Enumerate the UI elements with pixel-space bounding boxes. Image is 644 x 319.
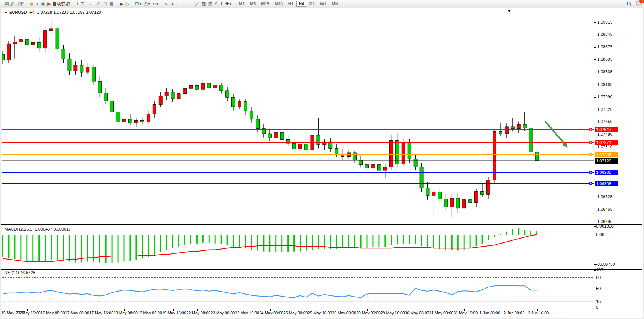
candle-body[interactable]	[238, 102, 241, 107]
candle-body[interactable]	[529, 128, 532, 152]
candle-body[interactable]	[49, 29, 53, 31]
line-anchor[interactable]	[590, 171, 592, 173]
candle-body[interactable]	[475, 192, 478, 203]
candle-body[interactable]	[25, 40, 29, 45]
candle-body[interactable]	[335, 148, 338, 154]
zoom-in-button[interactable]: ⊕	[96, 0, 102, 7]
candle-body[interactable]	[123, 119, 126, 122]
candle-body[interactable]	[207, 83, 211, 88]
tile-windows-button[interactable]: ▦	[108, 0, 115, 7]
candle-body[interactable]	[481, 192, 484, 195]
candle-body[interactable]	[426, 188, 429, 195]
candle-body[interactable]	[183, 88, 187, 93]
candle-body[interactable]	[371, 165, 375, 168]
candle-body[interactable]	[37, 42, 41, 48]
chart-ohlc-header[interactable]: ▼EURUSD-,H4 1.07228 1.07233 1.07052 1.07…	[5, 10, 101, 14]
search-icon[interactable]	[626, 1, 632, 7]
bar-chart-button[interactable]: ǁ	[75, 0, 80, 7]
candle-body[interactable]	[134, 121, 138, 123]
macd-pane[interactable]	[2, 226, 594, 268]
candle-body[interactable]	[159, 96, 162, 104]
candle-body[interactable]	[383, 167, 387, 170]
candle-body[interactable]	[195, 86, 199, 90]
auto-scroll-button[interactable]: ▶	[118, 0, 124, 7]
candle-body[interactable]	[220, 85, 223, 91]
candle-body[interactable]	[317, 135, 320, 145]
candle-body[interactable]	[298, 144, 302, 149]
candle-body[interactable]	[517, 124, 520, 129]
candle-body[interactable]	[268, 134, 271, 138]
candle-body[interactable]	[43, 31, 47, 48]
vertical-line-button[interactable]: ｜	[180, 0, 187, 7]
candle-body[interactable]	[402, 143, 405, 164]
candle-body[interactable]	[2, 54, 5, 60]
community-button[interactable]: ●	[35, 0, 40, 7]
candle-body[interactable]	[511, 127, 514, 129]
candle-body[interactable]	[128, 119, 132, 123]
candle-body[interactable]	[171, 92, 174, 99]
candle-body[interactable]	[450, 198, 454, 207]
candle-body[interactable]	[201, 83, 205, 89]
candle-body[interactable]	[74, 65, 77, 71]
candle-body[interactable]	[535, 152, 539, 161]
horizontal-line-button[interactable]: —	[187, 0, 193, 7]
candle-body[interactable]	[469, 200, 472, 203]
candle-body[interactable]	[189, 86, 193, 89]
signals-button[interactable]: ◉	[40, 0, 46, 7]
candle-body[interactable]	[140, 121, 144, 122]
candle-body[interactable]	[165, 92, 168, 96]
candle-body[interactable]	[487, 180, 490, 194]
line-anchor[interactable]	[590, 183, 592, 185]
candle-body[interactable]	[377, 165, 381, 170]
timeframe-m1[interactable]: M1	[236, 1, 247, 7]
candle-body[interactable]	[304, 144, 308, 150]
trendline-button[interactable]: ／	[193, 0, 200, 7]
candle-body[interactable]	[444, 199, 448, 207]
candle-body[interactable]	[62, 49, 65, 59]
chart-shift-button[interactable]: ▷	[124, 0, 130, 7]
line-chart-button[interactable]: ∿	[86, 0, 92, 7]
timeframe-h4[interactable]: H4	[296, 1, 306, 7]
timeframe-d1[interactable]: D1	[307, 1, 317, 7]
candle-body[interactable]	[389, 140, 393, 167]
candle-body[interactable]	[232, 97, 235, 107]
candle-body[interactable]	[86, 67, 89, 72]
candle-body[interactable]	[432, 192, 435, 196]
candlestick-chart-button[interactable]: ◫	[80, 0, 86, 7]
zoom-out-button[interactable]: ⊖	[102, 0, 108, 7]
timeframe-mn[interactable]: MN	[330, 1, 341, 7]
fibonacci-button[interactable]: ▧	[207, 0, 214, 7]
line-anchor[interactable]	[590, 128, 592, 131]
candle-body[interactable]	[56, 29, 59, 49]
candle-body[interactable]	[68, 59, 71, 71]
crosshair-button[interactable]: ＋	[169, 0, 176, 7]
cursor-button[interactable]: ↖	[163, 0, 169, 7]
candle-body[interactable]	[177, 94, 180, 99]
new-order-button[interactable]: ▤新订单	[4, 0, 25, 7]
timeframe-m30[interactable]: M30	[272, 1, 285, 7]
notifications-button[interactable]: 1	[636, 1, 642, 7]
mql5-market-button[interactable]: ◆	[29, 0, 35, 7]
candle-body[interactable]	[256, 119, 259, 129]
candle-body[interactable]	[214, 85, 217, 88]
chevron-down-icon[interactable]: ▼	[5, 11, 8, 14]
candle-body[interactable]	[19, 40, 22, 42]
chart-shift-marker[interactable]	[507, 10, 511, 12]
candle-body[interactable]	[110, 101, 114, 112]
text-button[interactable]: A	[214, 0, 219, 7]
rsi-pane[interactable]	[2, 269, 594, 309]
autotrading-button[interactable]: ▶自动交易	[46, 0, 71, 7]
timeframe-w1[interactable]: W1	[318, 1, 329, 7]
candle-body[interactable]	[420, 167, 423, 188]
pane-separator[interactable]	[1, 268, 642, 270]
pane-separator[interactable]	[1, 224, 642, 226]
candle-body[interactable]	[395, 140, 399, 164]
new-chart-button[interactable]: ⊞▾	[134, 0, 142, 7]
timeframe-m15[interactable]: M15	[259, 1, 271, 7]
candle-body[interactable]	[31, 42, 35, 45]
candle-body[interactable]	[104, 93, 108, 101]
candle-body[interactable]	[280, 132, 284, 139]
text-label-button[interactable]: T	[219, 0, 224, 7]
candle-body[interactable]	[147, 114, 150, 122]
candle-body[interactable]	[250, 111, 253, 119]
